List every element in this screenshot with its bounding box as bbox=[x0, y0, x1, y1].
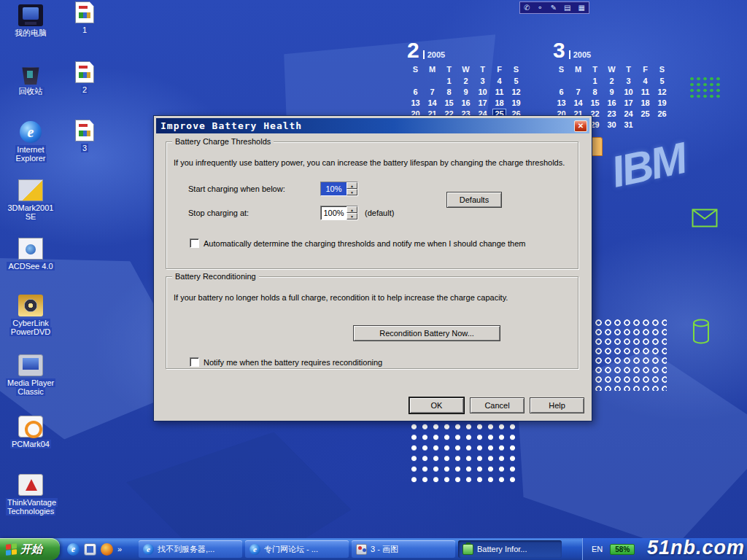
calendar-day: 7 bbox=[430, 88, 434, 96]
dialog-titlebar[interactable]: Improve Battery Health ✕ bbox=[156, 118, 589, 133]
start-charging-value[interactable]: 10% bbox=[321, 182, 347, 195]
cylinder-icon bbox=[692, 318, 711, 349]
calendar-day: 11 bbox=[495, 88, 504, 96]
spin-up-icon[interactable]: ▲ bbox=[347, 182, 357, 189]
desktop-icon-jpg-3[interactable]: 3 bbox=[66, 120, 104, 152]
desktop-icon-label: ACDSee 4.0 bbox=[6, 262, 55, 271]
taskbar-item-battery-information[interactable]: Battery Infor... bbox=[458, 540, 562, 558]
desktop-icon-recycle-bin[interactable]: 回收站 bbox=[6, 63, 55, 96]
spin-down-icon[interactable]: ▼ bbox=[347, 189, 357, 195]
recondition-battery-button[interactable]: Recondition Battery Now... bbox=[353, 325, 500, 341]
desktop-icon-thinkvantage[interactable]: ThinkVantage Technologies bbox=[6, 474, 55, 516]
notify-reconditioning-checkbox[interactable] bbox=[190, 357, 199, 367]
task-label: 专门网论坛 - ... bbox=[264, 544, 318, 555]
weekday-header: M bbox=[429, 65, 436, 74]
calendar-day: 4 bbox=[497, 77, 501, 85]
calendar-month-header: 2 2005 bbox=[407, 41, 525, 59]
label-text: 回收站 bbox=[18, 87, 44, 96]
weekday-header: F bbox=[643, 65, 648, 74]
calendar-day: 6 bbox=[413, 88, 417, 96]
task-label: 找不到服务器,... bbox=[158, 544, 214, 555]
help-button[interactable]: Help bbox=[530, 397, 584, 413]
calendar-day: 15 bbox=[590, 98, 599, 107]
weekday-header: W bbox=[462, 65, 469, 74]
battery-level-indicator[interactable]: 58% bbox=[610, 544, 635, 555]
desktop-icon-label: 回收站 bbox=[6, 87, 55, 96]
calendar-day: 3 bbox=[626, 77, 630, 85]
calendar-day: 9 bbox=[463, 88, 468, 96]
calendar-day: 6 bbox=[559, 88, 563, 96]
desktop: IBM ✆ ⚬ ✎ ▤ ▦ 2 2005 SMTWTFS 12345678910… bbox=[0, 0, 747, 560]
calendar-day: 2 bbox=[609, 77, 614, 85]
notify-reconditioning-checkbox-row[interactable]: Notify me when the battery requires reco… bbox=[190, 357, 569, 367]
ok-button[interactable]: OK bbox=[409, 397, 464, 413]
keyboard-icon[interactable]: ▦ bbox=[578, 2, 585, 13]
dialog-body: Battery Charge Thresholds If you infrequ… bbox=[157, 133, 589, 418]
desktop-icon-media-player-classic[interactable]: Media Player Classic bbox=[6, 354, 55, 396]
month-year: 2005 bbox=[569, 50, 591, 59]
desktop-icon-powerdvd[interactable]: CyberLink PowerDVD bbox=[6, 295, 55, 336]
label-text: 2 bbox=[81, 85, 88, 94]
phone-icon[interactable]: ✆ bbox=[524, 2, 530, 13]
monitor-icon[interactable]: ▤ bbox=[564, 2, 570, 13]
auto-thresholds-checkbox[interactable] bbox=[190, 238, 199, 248]
calendar-day: 14 bbox=[573, 98, 582, 107]
battery-icon bbox=[462, 544, 473, 555]
start-charging-label: Start charging when below: bbox=[188, 182, 285, 196]
desktop-icon-internet-explorer[interactable]: e Internet Explorer bbox=[6, 121, 55, 163]
taskbar-item-server-not-found[interactable]: e 找不到服务器,... bbox=[139, 540, 242, 558]
quick-launch-bar: e » bbox=[60, 538, 136, 560]
task-buttons: e 找不到服务器,... e 专门网论坛 - ... 3 - 画图 Batter… bbox=[136, 538, 582, 560]
label-text: ThinkVantage Technologies bbox=[6, 498, 58, 516]
desktop-icon-pcmark04[interactable]: PCMark04 bbox=[6, 416, 55, 448]
desktop-icon-jpg-2[interactable]: 2 bbox=[66, 61, 104, 94]
ie-glyph: e bbox=[28, 124, 34, 141]
calendar-day: 17 bbox=[478, 98, 487, 107]
spin-up-icon[interactable]: ▲ bbox=[347, 206, 357, 213]
label-text: Internet Explorer bbox=[15, 145, 47, 163]
jpg-file-icon bbox=[75, 120, 94, 141]
ie-glyph: e bbox=[71, 544, 75, 555]
spin-down-icon[interactable]: ▼ bbox=[347, 213, 357, 219]
my-computer-icon bbox=[18, 4, 43, 26]
stop-charging-value[interactable]: 100% bbox=[321, 206, 347, 219]
checkbox-label: Notify me when the battery requires reco… bbox=[204, 358, 382, 367]
start-button[interactable]: 开始 bbox=[0, 538, 60, 560]
taskbar-item-paint[interactable]: 3 - 画图 bbox=[352, 540, 455, 558]
mouse-icon[interactable]: ⚬ bbox=[537, 2, 543, 13]
media-player-quicklaunch-icon[interactable] bbox=[101, 543, 113, 556]
battery-reconditioning-group: Battery Reconditioning If your battery n… bbox=[166, 276, 578, 369]
label-text: 我的电脑 bbox=[13, 28, 48, 37]
desktop-icon-jpg-1[interactable]: 1 bbox=[66, 1, 104, 34]
desktop-icon-label: ThinkVantage Technologies bbox=[6, 498, 55, 516]
start-label: 开始 bbox=[20, 542, 42, 556]
task-label: Battery Infor... bbox=[477, 545, 527, 553]
start-charging-spinner[interactable]: 10% ▲ ▼ bbox=[320, 182, 358, 196]
calendar-day: 3 bbox=[480, 77, 484, 85]
desktop-icon-label: 2 bbox=[66, 85, 104, 94]
ie-quicklaunch-icon[interactable]: e bbox=[67, 543, 80, 556]
chevron-overflow-icon[interactable]: » bbox=[117, 545, 122, 553]
stop-charging-label: Stop charging at: bbox=[188, 206, 249, 220]
stop-charging-spinner[interactable]: 100% ▲ ▼ bbox=[320, 206, 358, 220]
weekday-header: T bbox=[626, 65, 631, 74]
calendar-day: 13 bbox=[557, 98, 565, 107]
desktop-icon-my-computer[interactable]: 我的电脑 bbox=[6, 4, 55, 37]
calendar-day: 31 bbox=[624, 120, 632, 129]
close-icon[interactable]: ✕ bbox=[574, 120, 587, 132]
dialog-title: Improve Battery Health bbox=[160, 120, 574, 131]
calendar-day: 16 bbox=[607, 98, 616, 107]
desktop-icon-acdsee[interactable]: ACDSee 4.0 bbox=[6, 238, 55, 271]
defaults-button[interactable]: Defaults bbox=[446, 192, 502, 208]
weekday-header: F bbox=[497, 65, 502, 74]
cancel-button[interactable]: Cancel bbox=[470, 397, 525, 413]
auto-thresholds-checkbox-row[interactable]: Automatically determine the charging thr… bbox=[190, 238, 569, 248]
pen-icon[interactable]: ✎ bbox=[551, 2, 557, 13]
desktop-icon-3dmark2001[interactable]: 3DMark2001 SE bbox=[6, 179, 55, 221]
taskbar-item-forum[interactable]: e 专门网论坛 - ... bbox=[245, 540, 349, 558]
calendar-day: 1 bbox=[592, 77, 597, 85]
weekday-headers: SMTWTFS bbox=[407, 65, 525, 74]
ibm-logo: IBM bbox=[607, 133, 689, 197]
show-desktop-icon[interactable] bbox=[84, 543, 96, 556]
language-indicator[interactable]: EN bbox=[592, 545, 603, 553]
